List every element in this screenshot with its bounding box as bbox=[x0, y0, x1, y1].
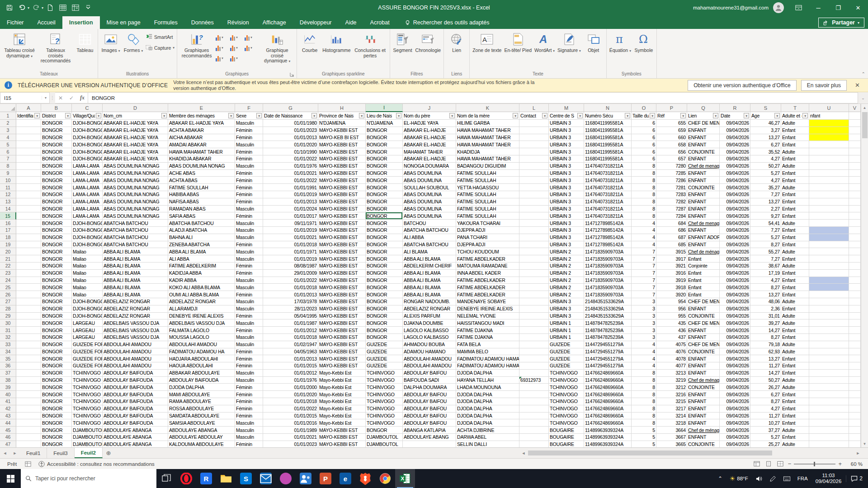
grid-cell-U44[interactable] bbox=[809, 419, 849, 427]
grid-cell-E31[interactable]: FALMATA LAGOLO bbox=[168, 327, 235, 334]
grid-cell-F5[interactable]: Masculin bbox=[235, 141, 263, 148]
grid-cell-C38[interactable]: TCHINVOGO bbox=[72, 377, 103, 384]
grid-cell-C42[interactable]: TCHINVOGO bbox=[72, 405, 103, 413]
grid-cell-L5[interactable] bbox=[519, 141, 549, 148]
grid-cell-V10[interactable] bbox=[849, 177, 861, 184]
grid-cell-D35[interactable]: ABDOULAHI AMADOU bbox=[103, 355, 168, 362]
grid-cell-K25[interactable]: FATIME ABDELKADER bbox=[456, 284, 519, 291]
grid-cell-C28[interactable]: DJOH-BONGOR bbox=[72, 305, 103, 313]
grid-cell-P46[interactable]: 3667 bbox=[656, 434, 687, 441]
grid-cell-C11[interactable]: LAMA-LAMA bbox=[72, 184, 103, 191]
taskbar-app-chrome[interactable] bbox=[375, 469, 395, 488]
grid-cell-C41[interactable]: TCHINVOGO bbox=[72, 398, 103, 405]
grid-cell-I3[interactable]: BONGOR bbox=[366, 127, 403, 134]
grid-cell-F22[interactable]: Féminin bbox=[235, 263, 263, 270]
grid-cell-G4[interactable]: 01/01/2013 bbox=[263, 134, 318, 141]
grid-cell-I15[interactable]: BONGOR bbox=[366, 212, 403, 220]
grid-cell-K31[interactable]: FATIME DJAKNA bbox=[456, 327, 519, 334]
grid-cell-M32[interactable]: URBAIN 1 bbox=[549, 334, 584, 341]
select-all-corner[interactable] bbox=[0, 104, 16, 112]
grid-cell-J27[interactable]: RONGAR NADOUMB. bbox=[403, 298, 456, 305]
grid-cell-O17[interactable]: 4 bbox=[632, 227, 656, 234]
grid-cell-V29[interactable] bbox=[849, 313, 861, 320]
grid-cell-N29[interactable]: 21484351533629A bbox=[584, 313, 632, 320]
grid-cell-C16[interactable]: DJOH-BONGOR bbox=[72, 220, 103, 227]
grid-cell-H40[interactable]: Mayo-Kebbi Est bbox=[318, 391, 366, 398]
grid-cell-V33[interactable] bbox=[849, 341, 861, 348]
grid-cell-F12[interactable]: Féminin bbox=[235, 191, 263, 198]
grid-cell-E45[interactable]: ABDOULAYE ABANGA bbox=[168, 427, 235, 434]
table-button[interactable]: Tableau bbox=[74, 30, 96, 70]
grid-cell-C8[interactable]: LAMA-LAMA bbox=[72, 163, 103, 170]
grid-cell-U23[interactable] bbox=[809, 270, 849, 277]
grid-cell-V24[interactable] bbox=[849, 277, 861, 284]
grid-cell-B31[interactable]: BONGOR bbox=[41, 327, 72, 334]
grid-cell-A16[interactable] bbox=[16, 220, 41, 227]
grid-cell-F33[interactable]: Masculin bbox=[235, 341, 263, 348]
header-cell-K1[interactable]: Nom de la mère▼ bbox=[456, 112, 519, 120]
grid-cell-N26[interactable]: 11471835909703A bbox=[584, 291, 632, 298]
grid-cell-D33[interactable]: ABDOULAHI AMADOU bbox=[103, 341, 168, 348]
grid-cell-V4[interactable] bbox=[849, 134, 861, 141]
grid-cell-V19[interactable] bbox=[849, 241, 861, 249]
column-header-B[interactable]: B bbox=[41, 104, 72, 112]
row-header-23[interactable]: 23 bbox=[0, 270, 16, 277]
grid-cell-N30[interactable]: 11487847825239A bbox=[584, 319, 632, 327]
grid-cell-N12[interactable]: 11476407318211A bbox=[584, 191, 632, 198]
column-header-H[interactable]: H bbox=[318, 104, 366, 112]
grid-cell-I21[interactable]: BONGOR bbox=[366, 255, 403, 263]
grid-cell-T6[interactable]: Adulte bbox=[781, 148, 809, 155]
grid-cell-V39[interactable] bbox=[849, 384, 861, 391]
grid-cell-R25[interactable]: 09/04/2026 bbox=[720, 284, 750, 291]
grid-cell-S8[interactable]: 50,27 bbox=[750, 163, 781, 170]
grid-cell-J42[interactable]: ABDOULAY BAIFOU bbox=[403, 405, 456, 413]
grid-cell-C34[interactable]: GUIZEDE FOR bbox=[72, 348, 103, 356]
grid-cell-H31[interactable]: MAYO-KEBBI EST bbox=[318, 327, 366, 334]
grid-cell-J8[interactable]: NONOGA DOUMARA bbox=[403, 163, 456, 170]
tab-accueil[interactable]: Accueil bbox=[31, 16, 62, 29]
grid-cell-K12[interactable]: FATIME SOULLAH bbox=[456, 191, 519, 198]
grid-cell-H3[interactable]: MAYO-KEBBI EST bbox=[318, 127, 366, 134]
grid-cell-P45[interactable]: 3664 bbox=[656, 427, 687, 434]
grid-cell-V26[interactable] bbox=[849, 291, 861, 298]
grid-cell-U20[interactable] bbox=[809, 248, 849, 255]
grid-cell-R47[interactable]: 09/04/2026 bbox=[720, 441, 750, 447]
grid-cell-B7[interactable]: BONGOR bbox=[41, 155, 72, 163]
grid-cell-Q13[interactable]: ENFANT bbox=[687, 198, 720, 206]
grid-cell-H25[interactable]: MAYO-KEBBI EST bbox=[318, 284, 366, 291]
grid-cell-F15[interactable]: Féminin bbox=[235, 212, 263, 220]
grid-cell-O41[interactable]: 8 bbox=[632, 398, 656, 405]
grid-cell-C21[interactable]: Mailao bbox=[72, 255, 103, 263]
grid-cell-F10[interactable]: Féminin bbox=[235, 177, 263, 184]
column-header-F[interactable]: F bbox=[235, 104, 263, 112]
grid-cell-V30[interactable] bbox=[849, 319, 861, 327]
grid-cell-D17[interactable]: ABATCHA BATCHOU bbox=[103, 227, 168, 234]
grid-cell-J9[interactable]: ABAS DOUMLINA bbox=[403, 170, 456, 177]
header-cell-P1[interactable]: Réf▼ bbox=[656, 112, 687, 120]
grid-cell-G32[interactable]: 01/01/2018 bbox=[263, 334, 318, 341]
grid-cell-P33[interactable]: 4075 bbox=[656, 341, 687, 348]
grid-cell-P16[interactable]: 684 bbox=[656, 220, 687, 227]
grid-cell-R20[interactable]: 09/04/2026 bbox=[720, 248, 750, 255]
grid-cell-N22[interactable]: 11471835909703A bbox=[584, 263, 632, 270]
grid-cell-N43[interactable]: 11476624869660A bbox=[584, 413, 632, 420]
grid-cell-O31[interactable]: 3 bbox=[632, 327, 656, 334]
pivot-table-icon[interactable] bbox=[70, 2, 81, 14]
zoom-thumb[interactable] bbox=[814, 462, 815, 466]
grid-cell-M34[interactable]: GUIZEDE bbox=[549, 348, 584, 356]
grid-cell-D8[interactable]: ABAS DOUMLINA NONAG bbox=[103, 163, 168, 170]
column-header-U[interactable]: U bbox=[809, 104, 849, 112]
grid-cell-I29[interactable]: BONGOR bbox=[366, 313, 403, 320]
grid-cell-V15[interactable] bbox=[849, 212, 861, 220]
grid-cell-L17[interactable] bbox=[519, 227, 549, 234]
grid-cell-K4[interactable]: HAWA MAHAMAT TAHER bbox=[456, 134, 519, 141]
grid-cell-K46[interactable]: DARWA ABEL bbox=[456, 434, 519, 441]
grid-cell-C37[interactable]: TCHINVOGO bbox=[72, 370, 103, 377]
grid-cell-G22[interactable]: 08/08/1987 bbox=[263, 263, 318, 270]
grid-cell-G11[interactable]: 01/01/1991 bbox=[263, 184, 318, 191]
grid-cell-T33[interactable]: Adulte bbox=[781, 341, 809, 348]
insert-function-icon[interactable]: fx bbox=[77, 94, 88, 101]
column-header-D[interactable]: D bbox=[103, 104, 168, 112]
grid-cell-P27[interactable]: 954 bbox=[656, 298, 687, 305]
column-header-K[interactable]: K bbox=[456, 104, 519, 112]
